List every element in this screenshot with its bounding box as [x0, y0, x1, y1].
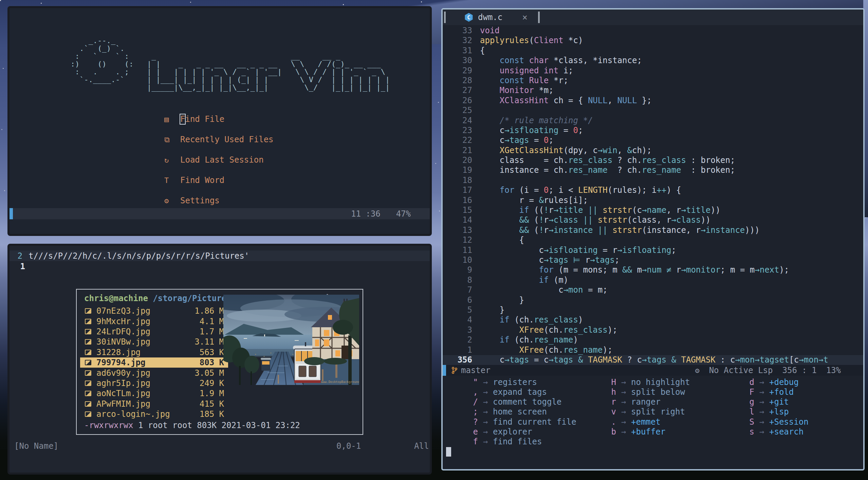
whichkey-binding: / → comment toggle [464, 397, 576, 407]
line-number: 2 [443, 335, 472, 345]
code-line[interactable]: 17 for (i = 0; i < LENGTH(rules); i++) { [443, 185, 863, 195]
picker-file-row[interactable]: APwFMIM.jpg 415 K [80, 399, 228, 409]
code-line[interactable]: 26 XClassHint ch = { NULL, NULL }; [443, 96, 863, 106]
code-line[interactable]: 25 [443, 106, 863, 115]
code-line[interactable]: 14 && (!r→class || strstr(class, r→class… [443, 215, 863, 225]
terminal-files-window[interactable]: 2 t///s/P//2/h/c/.l/s/n/s/p/p/s/r/r/s/Pi… [7, 244, 432, 475]
code-line[interactable]: 30 const char *class, *instance; [443, 56, 863, 66]
code-token: res_name [534, 335, 573, 345]
picker-file-row[interactable]: 07nEzQ3.jpg 1.86 M [80, 306, 228, 316]
code-line[interactable]: 22 c→tags = 0; [443, 135, 863, 145]
whichkey-binding: e → explorer [464, 427, 576, 437]
code-token: tagset [760, 355, 789, 365]
dashboard-menu-item[interactable]: T Find Word [164, 175, 274, 185]
code-line[interactable]: 13 && (!r→instance || strstr(instance, r… [443, 225, 863, 235]
code-token: ); [608, 325, 617, 335]
lunarvim-editor-window[interactable]: C dwm.c × 33 void 32 applyrules(Client *… [441, 8, 865, 470]
tab-dwm-c[interactable]: C dwm.c × [464, 12, 528, 22]
code-line[interactable]: 4 if (ch.res_class) [443, 315, 863, 325]
picker-file-row[interactable]: arco-login~.jpg 185 K [80, 409, 228, 419]
code-line[interactable]: 31 { [443, 46, 863, 56]
code-line[interactable]: 6 } [443, 295, 863, 305]
code-line[interactable]: 15 if ((!r→title || strstr(c→name, r→tit… [443, 205, 863, 215]
code-token: : broken; [686, 155, 735, 165]
code-line[interactable]: 1 XFree(ch.res_name); [443, 345, 863, 355]
image-file-icon [85, 360, 91, 365]
dashboard-menu-item[interactable]: ↻ Load Last Session [164, 155, 274, 165]
code-line-text: c→isfloating = 0; [472, 126, 583, 135]
file-size: 249 K [200, 379, 224, 388]
code-token [480, 116, 500, 125]
code-line[interactable]: 20 class = ch.res_class ? ch.res_class :… [443, 155, 863, 165]
code-line[interactable]: 24 /* rule matching */ [443, 116, 863, 126]
picker-file-row[interactable]: 799794.jpg 803 K [80, 357, 228, 368]
code-token: instance [554, 225, 593, 235]
code-line[interactable]: 27 Monitor *m; [443, 86, 863, 95]
lunarvim-dashboard-window[interactable]: _.--._ .` (_) `. : ` ` : _ __ __ _ :) ()… [7, 6, 432, 236]
code-line[interactable]: 23 c→isfloating = 0; [443, 126, 863, 135]
code-line[interactable]: 3 XFree(ch.res_class); [443, 325, 863, 335]
command-line[interactable] [443, 447, 863, 457]
code-line[interactable]: 28 const Rule *r; [443, 76, 863, 86]
code-line[interactable]: 5 } [443, 305, 863, 315]
code-token: → [642, 355, 647, 365]
code-line[interactable]: 9 for (m = mons; m && m→num ≠ r→monitor;… [443, 265, 863, 275]
whichkey-label: ranger [631, 397, 661, 407]
picker-file-row[interactable]: aoNcTLm.jpg 1.9 M [80, 388, 228, 399]
picker-file-row[interactable]: 30iNVBw.jpg 3.11 M [80, 337, 228, 347]
code-line[interactable]: 21 XGetClassHint(dpy, c→win, &ch); [443, 146, 863, 155]
lsp-status: No Active Lsp [709, 366, 773, 375]
whichkey-label: split below [631, 387, 685, 397]
code-line[interactable]: 2 if (ch.res_name) [443, 335, 863, 345]
whichkey-key: d [741, 377, 754, 387]
code-line[interactable]: 18 [443, 176, 863, 185]
code-line[interactable]: 11 c→isfloating = r→isfloating; [443, 245, 863, 255]
buffer-line[interactable]: 2 t///s/P//2/h/c/.l/s/n/s/p/p/s/r/r/s/Pi… [10, 251, 430, 261]
code-line[interactable]: 29 unsigned int i; [443, 66, 863, 76]
code-token: tags [554, 355, 573, 365]
line-number: 30 [443, 56, 472, 66]
code-line-text: && (!r→instance || strstr(instance, r→in… [472, 225, 760, 235]
code-token: = [529, 135, 544, 145]
code-line[interactable]: 7 c→mon = m; [443, 285, 863, 295]
image-file-icon [85, 308, 91, 314]
whichkey-key: " [464, 377, 478, 387]
tab-close-icon[interactable]: × [522, 12, 528, 22]
code-line[interactable]: 33 void [443, 26, 863, 36]
code-line[interactable]: 12 { [443, 235, 863, 245]
whichkey-label: +Session [769, 417, 809, 427]
code-token: ch = { [549, 96, 588, 105]
code-token: ; i < [549, 185, 578, 195]
picker-file-row[interactable]: 31228.jpg 563 K [80, 347, 228, 357]
code-line-text [472, 106, 480, 115]
file-picker-popup: chris@machine /storag/Pictures/wallpaper… [76, 289, 363, 435]
code-token: isfloating [510, 126, 559, 135]
file-name: 07nEzQ3.jpg [96, 306, 150, 316]
code-line[interactable]: 8 if (m) [443, 275, 863, 285]
dashboard-menu-item[interactable]: ▤ Find File [164, 114, 274, 124]
code-editor-area[interactable]: 33 void 32 applyrules(Client *c) 31 { 30… [443, 25, 863, 365]
code-token [568, 255, 573, 265]
code-line[interactable]: 10 c→tags ⊨ r→tags; [443, 255, 863, 265]
code-line[interactable]: 356 c→tags = c→tags & TAGMASK ? c→tags &… [443, 355, 863, 365]
dashboard-menu-item[interactable]: ⧉ Recently Used Files [164, 134, 274, 145]
picker-file-row[interactable]: ad6v90y.jpg 3.05 M [80, 368, 228, 378]
code-line-text: applyrules(Client *c) [472, 36, 583, 45]
code-line[interactable]: 19 instance = ch.res_name ? ch.res_name … [443, 165, 863, 175]
code-token: res_class [568, 155, 612, 165]
whichkey-key: g [741, 397, 754, 407]
code-token: res_name [642, 165, 681, 175]
code-line[interactable]: 32 applyrules(Client *c) [443, 36, 863, 45]
line-number: 1 [443, 345, 472, 355]
code-token: (( [529, 205, 544, 215]
picker-file-row[interactable]: aghr5Ip.jpg 249 K [80, 378, 228, 388]
whichkey-key: e [464, 427, 478, 437]
c-language-icon: C [464, 13, 473, 22]
dashboard-menu-item[interactable]: ⚙ Settings [164, 196, 274, 206]
code-line[interactable]: 16 r = &rules[i]; [443, 196, 863, 205]
picker-file-row[interactable]: 24LrDFQ.jpg 1.7 M [80, 327, 228, 337]
picker-file-row[interactable]: 9hMxcHr.jpg 4.1 M [80, 316, 228, 326]
code-token [480, 96, 500, 105]
picker-file-list: 07nEzQ3.jpg 1.86 M 9hMxcHr.jpg 4.1 M 24L… [80, 306, 228, 419]
code-token: if [539, 275, 549, 285]
